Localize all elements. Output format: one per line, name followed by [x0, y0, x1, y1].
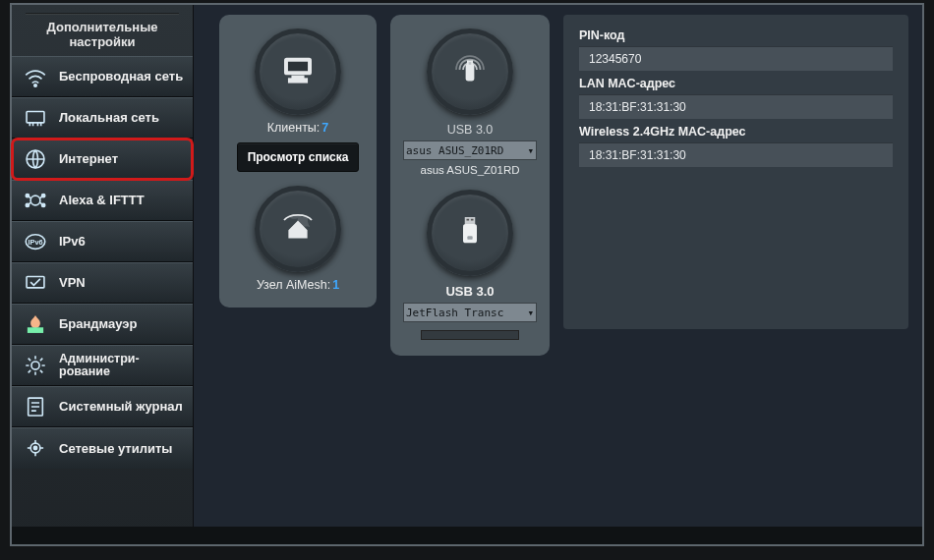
chevron-down-icon: ▾	[527, 144, 534, 157]
svg-rect-20	[467, 65, 474, 81]
usb-wireless-icon	[449, 49, 491, 94]
sidebar-item-label: VPN	[59, 275, 86, 290]
sidebar-item-administration[interactable]: Администри­рование	[12, 345, 193, 386]
sidebar-item-label: Сетевые утилиты	[59, 441, 172, 456]
sidebar-item-alexa-ifttt[interactable]: Alexa & IFTTT	[12, 180, 193, 221]
aimesh-icon	[277, 206, 319, 252]
svg-rect-22	[465, 217, 476, 224]
footer-bar	[12, 527, 922, 544]
usb2-port-label: USB 3.0	[445, 284, 494, 299]
lan-mac-label: LAN MAC-адрес	[579, 77, 893, 90]
svg-rect-23	[467, 219, 470, 221]
svg-rect-25	[463, 224, 477, 243]
svg-rect-24	[471, 219, 474, 221]
usb-devices-card: USB 3.0 asus ASUS_Z01RD▾ asus ASUS_Z01RD…	[390, 15, 550, 356]
ethernet-icon	[22, 104, 49, 132]
sidebar-item-label: Локальная сеть	[59, 110, 159, 125]
svg-rect-10	[27, 276, 44, 287]
sidebar-item-label: Администри­рование	[59, 353, 185, 378]
clients-count-label: Клиенты:7	[267, 121, 329, 135]
globe-icon	[22, 145, 49, 173]
firewall-icon	[22, 310, 49, 338]
sidebar-item-label: Брандмауэр	[59, 316, 137, 331]
usb-drive-icon	[449, 210, 491, 255]
sidebar-divider	[26, 13, 179, 15]
sidebar-item-label: IPv6	[59, 234, 86, 249]
sidebar-item-label: Беспроводная сеть	[59, 69, 183, 84]
tools-icon	[22, 434, 49, 462]
wlan-mac-value: 18:31:BF:31:31:30	[579, 142, 893, 167]
svg-point-12	[31, 362, 39, 369]
sidebar-item-label: Системный журнал	[59, 399, 183, 414]
usb2-usage-bar	[421, 330, 519, 340]
wifi-icon	[22, 63, 49, 90]
svg-rect-17	[287, 60, 310, 72]
smart-assistant-icon	[22, 187, 49, 214]
monitor-icon	[277, 49, 319, 94]
sidebar-item-label: Alexa & IFTTT	[59, 193, 145, 207]
aimesh-icon-circle[interactable]	[255, 186, 341, 272]
svg-point-3	[30, 196, 40, 205]
svg-point-0	[34, 84, 36, 86]
lan-mac-value: 18:31:BF:31:31:30	[579, 94, 893, 119]
sidebar-item-firewall[interactable]: Брандмауэр	[12, 304, 193, 345]
usb1-icon-circle[interactable]	[427, 28, 513, 115]
sidebar-item-system-log[interactable]: Системный журнал	[12, 386, 193, 427]
sidebar-item-internet[interactable]: Интернет	[12, 139, 193, 180]
app-frame: Дополнительные настройки Беспроводная се…	[10, 3, 924, 546]
pin-code-label: PIN-код	[579, 28, 893, 42]
svg-point-15	[33, 447, 36, 450]
clients-aimesh-card: Клиенты:7 Просмотр списка Узел AiMesh:1	[219, 15, 377, 308]
sidebar-section-title: Дополнительные настройки	[12, 21, 193, 50]
sidebar-item-network-tools[interactable]: Сетевые утилиты	[12, 427, 193, 469]
svg-rect-19	[289, 80, 307, 83]
usb1-device-readout: asus ASUS_Z01RD	[421, 164, 520, 176]
sidebar-item-wireless[interactable]: Беспроводная сеть	[12, 56, 193, 97]
usb2-icon-circle[interactable]	[427, 190, 513, 276]
view-list-button[interactable]: Просмотр списка	[237, 142, 360, 172]
usb2-device-select[interactable]: JetFlash Transc▾	[403, 303, 537, 322]
wlan-mac-label: Wireless 2.4GHz MAC-адрес	[579, 125, 893, 139]
ipv6-icon: IPv6	[22, 228, 49, 255]
system-info-panel: PIN-код 12345670 LAN MAC-адрес 18:31:BF:…	[563, 15, 908, 329]
sidebar-item-label: Интернет	[59, 151, 118, 166]
usb1-port-label: USB 3.0	[447, 123, 494, 137]
admin-icon	[22, 352, 49, 379]
svg-rect-26	[467, 236, 472, 240]
sidebar-item-vpn[interactable]: VPN	[12, 262, 193, 304]
aimesh-count-label: Узел AiMesh:1	[257, 278, 339, 292]
main-panel: Клиенты:7 Просмотр списка Узел AiMesh:1	[194, 5, 922, 544]
settings-sidebar: Дополнительные настройки Беспроводная се…	[12, 5, 194, 544]
pin-code-value: 12345670	[579, 46, 893, 71]
chevron-down-icon: ▾	[527, 307, 534, 319]
svg-rect-11	[28, 327, 43, 333]
sidebar-item-ipv6[interactable]: IPv6 IPv6	[12, 221, 193, 262]
svg-text:IPv6: IPv6	[28, 238, 42, 247]
vpn-icon	[22, 269, 49, 297]
svg-rect-21	[468, 61, 472, 65]
usb1-device-select[interactable]: asus ASUS_Z01RD▾	[403, 140, 537, 160]
clients-icon-circle[interactable]	[255, 28, 341, 115]
sidebar-item-lan[interactable]: Локальная сеть	[12, 97, 193, 139]
svg-rect-1	[27, 111, 44, 122]
log-icon	[22, 393, 49, 420]
